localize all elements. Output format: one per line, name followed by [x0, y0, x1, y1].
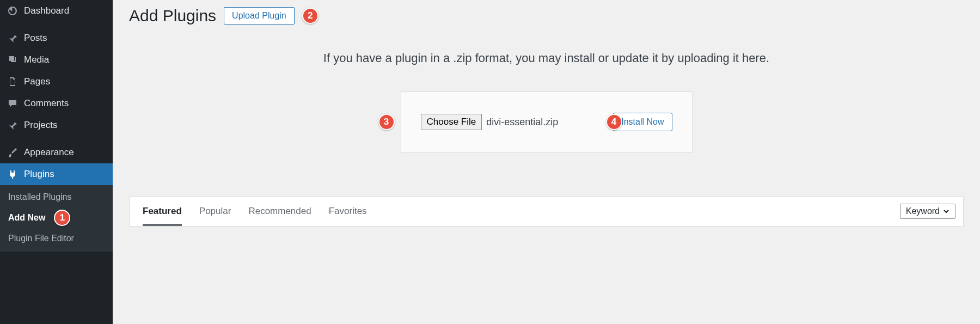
main-content: Add Plugins Upload Plugin 2 If you have …	[113, 0, 980, 324]
search-filter-select[interactable]: Keyword	[900, 204, 955, 219]
pin-icon	[7, 32, 19, 44]
comment-icon	[7, 97, 19, 109]
step-badge-3: 3	[378, 114, 395, 130]
brush-icon	[7, 146, 19, 158]
sidebar-item-label: Comments	[24, 98, 69, 109]
plug-icon	[7, 168, 19, 180]
media-icon	[7, 54, 19, 66]
sidebar-item-label: Plugins	[24, 169, 54, 180]
submenu-item-label: Installed Plugins	[8, 192, 72, 202]
sidebar-item-media[interactable]: Media	[0, 49, 113, 71]
sidebar-item-comments[interactable]: Comments	[0, 93, 113, 114]
file-input-group: Choose File divi-essential.zip	[421, 114, 559, 130]
filter-tabs: Featured Popular Recommended Favorites	[143, 197, 367, 226]
submenu-add-new[interactable]: Add New 1	[0, 206, 113, 230]
sidebar-item-label: Projects	[24, 120, 57, 131]
admin-sidebar: Dashboard Posts Media Pages Comments Pro…	[0, 0, 113, 324]
step-badge-2: 2	[302, 8, 318, 24]
sidebar-item-dashboard[interactable]: Dashboard	[0, 0, 113, 22]
tab-recommended[interactable]: Recommended	[248, 197, 311, 226]
pin-icon	[7, 119, 19, 131]
chosen-file-name: divi-essential.zip	[486, 117, 558, 128]
plugins-submenu: Installed Plugins Add New 1 Plugin File …	[0, 185, 113, 252]
sidebar-item-plugins[interactable]: Plugins	[0, 163, 113, 185]
chevron-down-icon	[943, 208, 950, 215]
upload-box: 3 Choose File divi-essential.zip 4 Insta…	[401, 91, 693, 152]
sidebar-item-projects[interactable]: Projects	[0, 114, 113, 136]
page-title: Add Plugins	[129, 7, 216, 25]
sidebar-item-posts[interactable]: Posts	[0, 27, 113, 49]
tab-popular[interactable]: Popular	[199, 197, 231, 226]
step-badge-1: 1	[54, 210, 70, 226]
sidebar-item-label: Media	[24, 54, 49, 65]
submenu-installed-plugins[interactable]: Installed Plugins	[0, 188, 113, 206]
tab-favorites[interactable]: Favorites	[329, 197, 367, 226]
sidebar-item-label: Dashboard	[24, 5, 69, 16]
upload-instructions: If you have a plugin in a .zip format, y…	[129, 51, 964, 65]
step-badge-4: 4	[606, 114, 622, 130]
sidebar-item-pages[interactable]: Pages	[0, 71, 113, 93]
filter-tabs-bar: Featured Popular Recommended Favorites K…	[129, 196, 964, 227]
sidebar-item-appearance[interactable]: Appearance	[0, 142, 113, 163]
sidebar-item-label: Posts	[24, 33, 47, 44]
upload-plugin-button[interactable]: Upload Plugin	[224, 7, 295, 25]
choose-file-button[interactable]: Choose File	[421, 114, 482, 130]
submenu-item-label: Add New	[8, 213, 45, 223]
pages-icon	[7, 76, 19, 88]
page-header: Add Plugins Upload Plugin 2	[129, 7, 964, 25]
tab-featured[interactable]: Featured	[143, 197, 182, 226]
submenu-item-label: Plugin File Editor	[8, 234, 74, 243]
filter-select-label: Keyword	[906, 206, 940, 216]
svg-point-0	[11, 57, 12, 58]
sidebar-item-label: Pages	[24, 76, 50, 87]
submenu-plugin-file-editor[interactable]: Plugin File Editor	[0, 230, 113, 247]
dashboard-icon	[7, 5, 19, 17]
sidebar-item-label: Appearance	[24, 147, 74, 158]
